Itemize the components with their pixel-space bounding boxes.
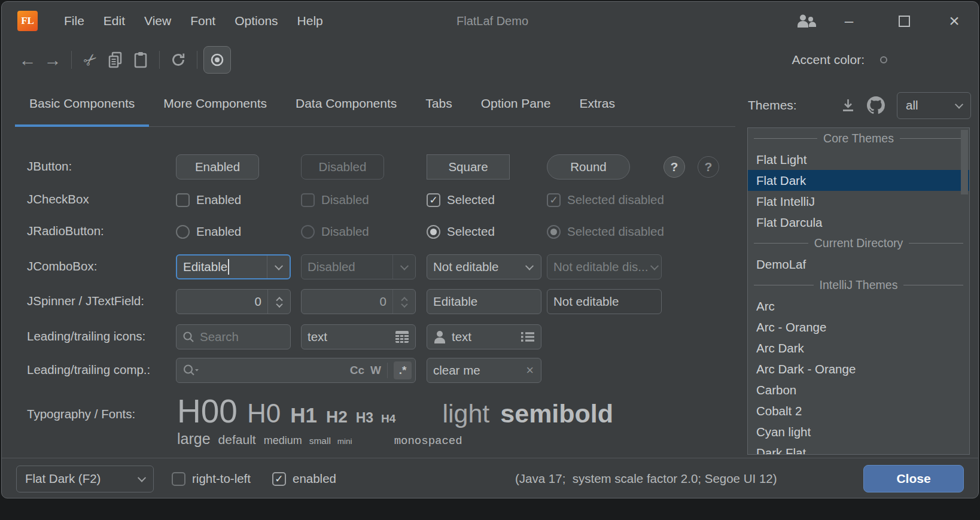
textfield-value[interactable]: Editable — [427, 294, 477, 309]
cut-button[interactable]: ✂ — [78, 46, 103, 74]
spinner-value[interactable]: 0 — [255, 294, 267, 309]
accent-swatch-selected[interactable] — [880, 56, 887, 63]
status-text: (Java 17; system scale factor 2.0; Segoe… — [515, 472, 777, 486]
theme-item-cyan-light[interactable]: Cyan light — [748, 421, 969, 442]
forward-button[interactable]: → — [40, 46, 65, 74]
chevron-down-icon[interactable] — [518, 255, 541, 279]
textfield-value[interactable]: text — [446, 330, 471, 344]
tab-more-components[interactable]: More Components — [149, 80, 281, 127]
theme-item-arc-dark-orange[interactable]: Arc Dark - Orange — [748, 358, 969, 379]
search-dropdown-icon[interactable] — [182, 364, 199, 377]
accent-color-area: Accent color: — [792, 53, 963, 67]
text-field-table-icon[interactable]: text — [301, 324, 416, 349]
inspect-toggle-button[interactable] — [203, 46, 231, 74]
combobox-not-editable[interactable]: Not editable — [427, 254, 541, 279]
themes-scrollbar-thumb[interactable] — [961, 130, 968, 194]
typography-samples: H00 H0 H1 H2 H3 H4 light semibold — [177, 392, 613, 430]
users-button[interactable] — [793, 2, 820, 40]
theme-item-flat-darcula[interactable]: Flat Darcula — [748, 212, 969, 233]
menu-help[interactable]: Help — [288, 9, 333, 33]
theme-item-demolaf[interactable]: DemoLaf — [748, 254, 969, 275]
search-field-with-options[interactable]: Cc W .* — [176, 358, 416, 383]
combobox-value[interactable]: Editable — [177, 260, 227, 274]
spinner-buttons[interactable] — [392, 290, 415, 314]
back-button[interactable]: ← — [15, 46, 40, 74]
regex-toggle-button[interactable]: .* — [394, 361, 412, 379]
tab-data-components[interactable]: Data Components — [281, 80, 411, 127]
checkbox-box[interactable] — [176, 193, 190, 207]
radio-circle-selected[interactable] — [427, 225, 440, 239]
checkbox-enabled[interactable]: Enabled — [176, 189, 241, 211]
chevron-down-icon[interactable] — [267, 256, 290, 278]
themes-list[interactable]: Core Themes Flat Light Flat Dark Flat In… — [747, 127, 970, 455]
whole-word-button[interactable]: W — [370, 364, 381, 377]
theme-item-arc-orange[interactable]: Arc - Orange — [748, 317, 969, 337]
theme-item-flat-light[interactable]: Flat Light — [748, 149, 969, 170]
combobox-editable[interactable]: Editable — [176, 254, 291, 279]
square-button[interactable]: Square — [427, 154, 510, 180]
copy-button[interactable] — [103, 46, 128, 74]
checkbox-label: Selected — [447, 193, 495, 207]
theme-item-arc[interactable]: Arc — [748, 296, 969, 317]
tab-basic-components[interactable]: Basic Components — [15, 80, 149, 127]
theme-item-flat-dark[interactable]: Flat Dark — [748, 170, 969, 191]
refresh-button[interactable] — [166, 46, 191, 74]
tab-tabs[interactable]: Tabs — [411, 80, 466, 127]
maximize-button[interactable] — [892, 2, 916, 40]
theme-item-arc-dark[interactable]: Arc Dark — [748, 337, 969, 358]
help-button[interactable]: ? — [664, 156, 685, 178]
radio-selected[interactable]: Selected — [427, 221, 495, 242]
themes-filter-combobox[interactable]: all — [897, 92, 971, 119]
search-placeholder[interactable]: Search — [200, 330, 239, 344]
text-field-person-list[interactable]: text — [427, 324, 541, 349]
menu-view[interactable]: View — [135, 9, 181, 33]
spinner-buttons[interactable] — [267, 290, 290, 314]
spinner-2[interactable]: 0 — [301, 289, 416, 314]
menu-edit[interactable]: Edit — [94, 9, 135, 33]
paste-button[interactable] — [128, 46, 153, 74]
theme-item-flat-intellij[interactable]: Flat IntelliJ — [748, 191, 969, 212]
help-button-disabled: ? — [698, 156, 719, 178]
menu-options[interactable]: Options — [225, 9, 287, 33]
minimize-button[interactable]: – — [837, 2, 861, 40]
radio-disabled: Disabled — [301, 221, 369, 242]
enabled-checkbox[interactable]: ✓ enabled — [272, 468, 336, 489]
spinner-1[interactable]: 0 — [176, 289, 291, 314]
clearable-text-field[interactable]: clear me × — [427, 358, 541, 383]
textfield-value[interactable]: text — [302, 330, 327, 344]
match-case-button[interactable]: Cc — [350, 364, 364, 377]
tab-option-pane[interactable]: Option Pane — [467, 80, 565, 127]
github-button[interactable] — [867, 96, 885, 114]
chevron-down-icon — [648, 255, 661, 279]
spinner-value[interactable]: 0 — [380, 294, 392, 309]
search-field[interactable]: Search — [176, 324, 291, 349]
theme-item-cobalt-2[interactable]: Cobalt 2 — [748, 400, 969, 421]
checkbox-box-checked[interactable]: ✓ — [427, 193, 440, 207]
checkbox-box[interactable] — [172, 472, 185, 486]
round-button[interactable]: Round — [547, 154, 630, 180]
textfield-editable[interactable]: Editable — [427, 289, 541, 314]
download-themes-button[interactable] — [840, 98, 856, 114]
checkbox-selected[interactable]: ✓ Selected — [427, 189, 495, 211]
combobox-value: Not editable dis... — [547, 260, 648, 274]
right-to-left-checkbox[interactable]: right-to-left — [172, 468, 251, 489]
laf-combobox-value: Flat Dark (F2) — [25, 472, 101, 486]
jcombobox-row-label: JComboBox: — [27, 259, 97, 273]
menu-font[interactable]: Font — [181, 9, 225, 33]
enabled-button[interactable]: Enabled — [176, 154, 259, 180]
h0-sample: H0 — [247, 399, 281, 428]
laf-combobox[interactable]: Flat Dark (F2) — [16, 466, 154, 492]
radio-circle[interactable] — [176, 225, 190, 239]
tab-extras[interactable]: Extras — [565, 80, 629, 127]
radio-enabled[interactable]: Enabled — [176, 221, 241, 242]
window-close-button[interactable]: × — [941, 2, 967, 40]
check-icon: ✓ — [549, 194, 558, 206]
jspinner-row-label: JSpinner / JTextField: — [27, 294, 144, 308]
textfield-value[interactable]: clear me — [427, 363, 480, 378]
theme-item-dark-flat[interactable]: Dark Flat — [748, 442, 969, 455]
checkbox-box-checked[interactable]: ✓ — [272, 472, 286, 486]
menu-file[interactable]: File — [54, 9, 94, 33]
close-button[interactable]: Close — [863, 465, 964, 492]
clear-icon[interactable]: × — [526, 363, 534, 378]
theme-item-carbon[interactable]: Carbon — [748, 379, 969, 400]
